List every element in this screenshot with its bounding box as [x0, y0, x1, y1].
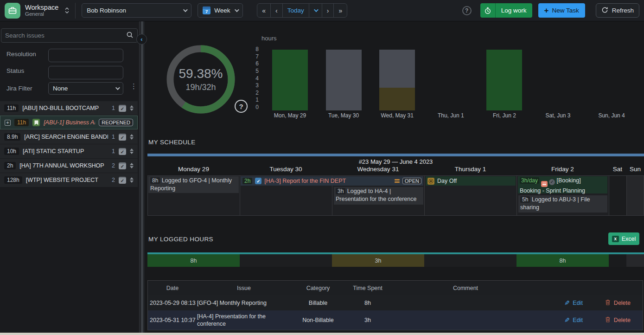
table-row[interactable]: 2023-05-29 08:13 [GFO-4] Monthly Reporti…	[148, 295, 643, 310]
workspace-switcher[interactable]: Workspace General	[5, 3, 69, 19]
logged-segment-friday: 8h	[516, 254, 609, 267]
cell-time-spent: 3h	[345, 317, 390, 323]
project-row[interactable]: 8.9h [ARC] SEARCH ENGINE BANDI... 1 ✓	[0, 130, 138, 144]
calendar-check-icon[interactable]: ✓	[119, 134, 126, 141]
sort-arrows-icon[interactable]	[130, 177, 134, 183]
table-header-row: Date Issue Category Time Spent Comment	[148, 281, 643, 295]
project-list: 11h [ABU] NO-BULL BOOTCAMP 1 ✓ + 11h [AB…	[0, 101, 138, 187]
pencil-icon: ✎	[564, 299, 570, 307]
jira-filter-select[interactable]: None	[48, 82, 123, 95]
schedule-cell-sunday[interactable]	[626, 175, 644, 216]
nav-last-button[interactable]: »	[334, 4, 347, 17]
issue-count: 1	[112, 148, 115, 155]
new-task-button[interactable]: + New Task	[538, 3, 585, 18]
resolution-label: Resolution	[6, 51, 36, 58]
nav-next-button[interactable]: ›	[322, 4, 334, 17]
checkbox-checked-icon[interactable]: ✓	[255, 178, 261, 184]
project-row[interactable]: 2h [HA] 7TH ANNUAL WORKSHOP 2 ✓	[0, 159, 138, 173]
sort-arrows-icon[interactable]	[130, 163, 134, 168]
header-comment: Comment	[390, 285, 541, 291]
logged-segment-thursday	[424, 254, 516, 267]
hours-badge: 11h	[14, 119, 29, 126]
calendar-check-icon[interactable]: ✓	[119, 162, 126, 169]
worklog-text: Logged to ABU-3 | File sharing	[520, 196, 590, 211]
bottom-edge-strip	[0, 333, 644, 335]
refresh-button[interactable]: Refresh	[596, 3, 639, 18]
issue-count: 2	[112, 177, 115, 183]
table-row[interactable]: 2023-05-31 10:37 [HA-4] Presentation for…	[148, 310, 643, 330]
nav-first-button[interactable]: «	[257, 4, 271, 17]
nav-prev-button[interactable]: ‹	[271, 4, 283, 17]
resolution-input[interactable]	[48, 49, 123, 62]
worklog-event-friday[interactable]: 5h Logged to ABU-3 | File sharing	[518, 195, 607, 213]
delete-button[interactable]: Delete	[605, 299, 631, 307]
chart-x-label: Wed, May 31	[370, 112, 424, 119]
status-input[interactable]	[48, 66, 123, 79]
splitter-thumb[interactable]	[141, 21, 143, 335]
booking-event[interactable]: 3h/day ✓ [Booking] Booking - Sprint Plan…	[518, 176, 607, 193]
workspace-sort-icon[interactable]	[65, 7, 69, 13]
project-row[interactable]: 10h [ATI] STATIC STARTUP 1 ✓	[0, 144, 138, 158]
booking-title: Booking - Sprint Planning	[520, 187, 585, 194]
edit-button[interactable]: ✎ Edit	[564, 299, 583, 307]
period-select[interactable]: 7 Week	[198, 3, 243, 18]
search-box	[1, 28, 138, 43]
calendar-check-icon[interactable]: ✓	[119, 105, 126, 112]
date-navigation: « ‹ Today › »	[257, 3, 347, 18]
sort-arrows-icon[interactable]	[130, 134, 134, 140]
day-off-label: Day Off	[437, 178, 457, 184]
logged-hours-bar: 8h 3h 8h	[147, 254, 644, 267]
export-excel-button[interactable]: x Excel	[608, 232, 639, 245]
worklog-event-monday[interactable]: 8h Logged to GFO-4 | Monthly Reporting	[148, 176, 239, 193]
sidebar: Resolution Status Jira Filter None ⋮ 11h…	[0, 21, 139, 335]
worklog-hours-badge: 8h	[150, 177, 160, 184]
expand-icon[interactable]: +	[5, 120, 11, 126]
day-header-friday: Friday 2	[516, 166, 609, 174]
search-input[interactable]	[5, 32, 126, 39]
day-off-event[interactable]: Day Off	[426, 176, 516, 186]
collapse-sidebar-button[interactable]: ‹	[136, 34, 147, 45]
hours-badge: 2h	[4, 162, 16, 169]
edit-button[interactable]: ✎ Edit	[564, 316, 583, 324]
cell-time-spent: 8h	[345, 300, 390, 306]
booking-note-icon	[541, 181, 548, 187]
calendar-check-icon[interactable]: ✓	[119, 148, 126, 155]
today-button[interactable]: Today	[283, 4, 309, 17]
trash-icon	[605, 316, 611, 324]
stopwatch-icon	[480, 3, 496, 18]
issue-event-ha3[interactable]: 2h ✓ [HA-3] Report for the FIN DEPT OPEN	[241, 176, 423, 186]
chevron-down-icon	[115, 85, 120, 90]
plus-icon: +	[544, 6, 549, 14]
user-select-value: Bob Robinson	[87, 7, 179, 14]
worklog-hours-badge: 5h	[520, 196, 530, 203]
hours-badge: 10h	[4, 148, 19, 155]
issue-count: 2	[112, 162, 115, 169]
project-row[interactable]: 128h [WTP] WEBSITE PROJECT 2 ✓	[0, 173, 138, 187]
issue-count: 1	[112, 105, 115, 111]
log-work-button[interactable]: Log work	[480, 3, 532, 18]
log-work-label: Log work	[496, 7, 532, 14]
day-header-tuesday: Tuesday 30	[240, 166, 332, 174]
help-icon[interactable]: ?	[462, 6, 472, 15]
today-dropdown-button[interactable]	[309, 4, 322, 17]
user-select[interactable]: Bob Robinson	[82, 3, 191, 18]
chart-y-tick: 5	[242, 68, 259, 74]
calendar-check-icon[interactable]: ✓	[119, 177, 126, 184]
delete-button[interactable]: Delete	[605, 316, 631, 324]
issue-row-selected[interactable]: + 11h [ABU-1] Business Analyt... REOPENE…	[0, 116, 138, 129]
cell-category: Non-Billable	[291, 317, 345, 323]
worklog-event-wednesday[interactable]: 3h Logged to HA-4 | Presentation for the…	[334, 187, 423, 205]
booking-tag: [Booking]	[556, 177, 580, 184]
worklog-table: Date Issue Category Time Spent Comment 2…	[147, 280, 643, 330]
kebab-menu-icon[interactable]: ⋮	[130, 82, 137, 90]
sidebar-splitter[interactable]	[139, 21, 145, 335]
chevron-down-icon	[314, 7, 319, 12]
search-icon[interactable]	[126, 31, 134, 40]
schedule-cell-saturday[interactable]	[609, 175, 627, 216]
project-row[interactable]: 11h [ABU] NO-BULL BOOTCAMP 1 ✓	[0, 101, 138, 115]
sort-arrows-icon[interactable]	[130, 148, 134, 154]
chart-x-label: Thu, Jun 1	[424, 112, 478, 119]
sort-arrows-icon[interactable]	[130, 105, 134, 111]
chart-y-tick: 1	[242, 97, 259, 103]
approved-check-icon: ✓	[549, 179, 555, 185]
